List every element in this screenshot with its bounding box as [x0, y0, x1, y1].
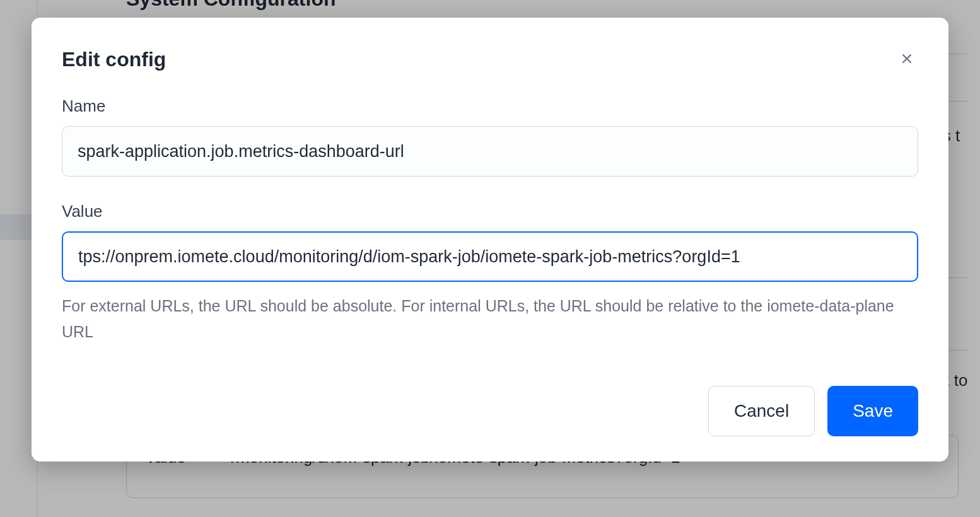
edit-config-modal: Edit config Name Value For external URLs… [32, 18, 948, 462]
name-label: Name [62, 96, 918, 116]
modal-header: Edit config [62, 48, 918, 71]
save-button[interactable]: Save [827, 386, 918, 436]
cancel-button[interactable]: Cancel [708, 386, 815, 436]
close-icon [899, 50, 915, 69]
modal-footer: Cancel Save [62, 386, 918, 436]
value-field-group: Value For external URLs, the URL should … [62, 202, 918, 346]
value-label: Value [62, 202, 918, 221]
value-help-text: For external URLs, the URL should be abs… [62, 293, 918, 346]
modal-title: Edit config [62, 48, 166, 71]
value-input[interactable] [62, 231, 918, 282]
name-input[interactable] [62, 126, 918, 177]
close-button[interactable] [895, 49, 918, 71]
name-field-group: Name [62, 96, 918, 177]
